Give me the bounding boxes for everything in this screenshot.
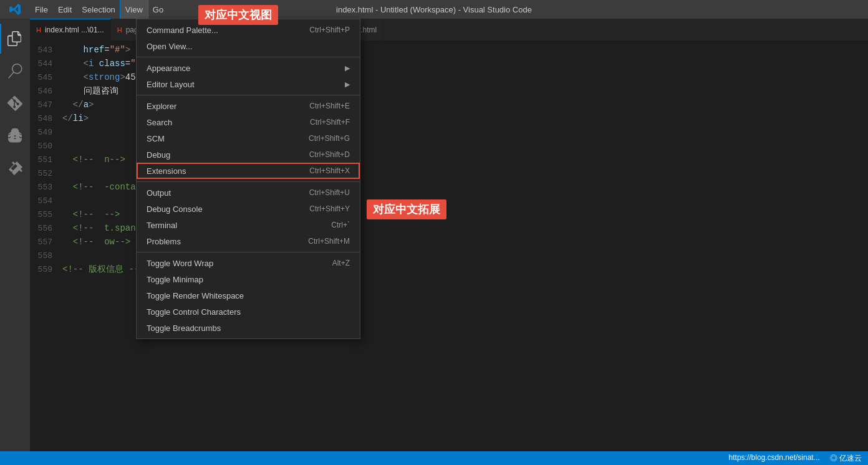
menu-edit[interactable]: Edit [53,0,77,19]
menu-shortcut: Alt+Z [332,259,350,267]
extensions-icon[interactable] [0,153,30,183]
menu-file[interactable]: File [30,0,53,19]
menu-item-label: Toggle Minimap [147,275,350,284]
status-bar: https://blog.csdn.net/sinat... ◎ 亿速云 [0,451,868,465]
menu-separator-1 [137,57,360,57]
menu-search[interactable]: Search Ctrl+Shift+F [137,114,360,130]
menu-selection[interactable]: Selection [77,0,120,19]
menu-item-label: Editor Layout [147,80,345,89]
menu-item-label: Toggle Control Characters [147,307,350,317]
menu-item-label: Explorer [147,102,309,111]
menu-shortcut: Ctrl+Shift+F [310,118,350,127]
menu-shortcut: Ctrl+Shift+Y [309,204,350,213]
menu-shortcut: Ctrl+Shift+G [309,134,350,143]
menu-item-label: SCM [147,134,309,143]
menu-separator-3 [137,181,360,182]
menu-item-label: Toggle Breadcrumbs [147,324,350,333]
vscode-logo [0,3,30,16]
menu-item-label: Debug Console [147,204,309,214]
submenu-arrow-icon: ▶ [345,80,350,89]
menu-shortcut: Ctrl+Shift+X [309,166,350,175]
html-file-icon: H [117,26,122,34]
status-bar-right: https://blog.csdn.net/sinat... ◎ 亿速云 [729,453,862,464]
menu-explorer[interactable]: Explorer Ctrl+Shift+E [137,98,360,114]
menu-toggle-breadcrumbs[interactable]: Toggle Breadcrumbs [137,320,360,336]
menu-terminal[interactable]: Terminal Ctrl+` [137,217,360,233]
menu-item-label: Appearance [147,64,345,73]
menu-item-label: Open View... [147,42,350,51]
tab-index-html[interactable]: H index.html ...\01... [30,19,111,41]
menu-shortcut: Ctrl+Shift+M [308,237,350,246]
menu-item-label: Toggle Word Wrap [147,259,332,268]
menu-debug[interactable]: Debug Ctrl+Shift+D [137,146,360,163]
menu-debug-console[interactable]: Debug Console Ctrl+Shift+Y [137,201,360,217]
menu-item-label: Debug [147,150,309,160]
menu-item-label: Command Palette... [147,26,309,35]
explorer-icon[interactable] [0,24,30,54]
annotation-chinese-extensions: 对应中文拓展 [367,199,446,219]
activity-bar [0,19,30,465]
menu-separator-4 [137,252,360,252]
menu-separator-2 [137,95,360,95]
menu-toggle-render-whitespace[interactable]: Toggle Render Whitespace [137,287,360,304]
menu-shortcut: Ctrl+Shift+E [309,102,350,110]
menu-item-label: Problems [147,237,308,246]
menu-extensions[interactable]: Extensions Ctrl+Shift+X [137,163,360,179]
menu-shortcut: Ctrl+Shift+P [309,26,350,34]
html-file-icon: H [36,26,41,34]
menu-view[interactable]: View [120,0,148,19]
menu-appearance[interactable]: Appearance ▶ [137,60,360,76]
menu-item-label: Toggle Render Whitespace [147,291,350,300]
submenu-arrow-icon: ▶ [345,64,350,72]
menu-toggle-word-wrap[interactable]: Toggle Word Wrap Alt+Z [137,255,360,271]
view-dropdown-menu: Command Palette... Ctrl+Shift+P Open Vie… [136,19,360,339]
git-icon[interactable] [0,89,30,118]
menu-shortcut: Ctrl+` [331,221,350,229]
window-title: index.html - Untitled (Workspace) - Visu… [336,5,532,14]
tab-label: index.html ...\01... [45,26,104,34]
menu-problems[interactable]: Problems Ctrl+Shift+M [137,233,360,249]
menu-open-view[interactable]: Open View... [137,38,360,54]
annotation-chinese-view: 对应中文视图 [198,5,278,25]
menu-shortcut: Ctrl+Shift+U [309,188,350,197]
title-bar: File Edit Selection View Go index.html -… [0,0,868,19]
debug-icon[interactable] [0,121,30,151]
search-icon[interactable] [0,56,30,86]
menu-shortcut: Ctrl+Shift+D [309,150,350,159]
menu-item-label: Terminal [147,221,331,230]
menu-item-label: Output [147,188,309,198]
menu-scm[interactable]: SCM Ctrl+Shift+G [137,130,360,146]
yisunyun-brand: ◎ 亿速云 [830,453,862,464]
menu-editor-layout[interactable]: Editor Layout ▶ [137,76,360,92]
menu-go[interactable]: Go [148,0,168,19]
menu-item-label: Extensions [147,166,309,176]
menu-bar: File Edit Selection View Go [30,0,168,19]
menu-toggle-minimap[interactable]: Toggle Minimap [137,271,360,287]
menu-output[interactable]: Output Ctrl+Shift+U [137,185,360,201]
menu-item-label: Search [147,118,310,127]
menu-toggle-control-characters[interactable]: Toggle Control Characters [137,304,360,320]
blog-link: https://blog.csdn.net/sinat... [729,453,820,464]
